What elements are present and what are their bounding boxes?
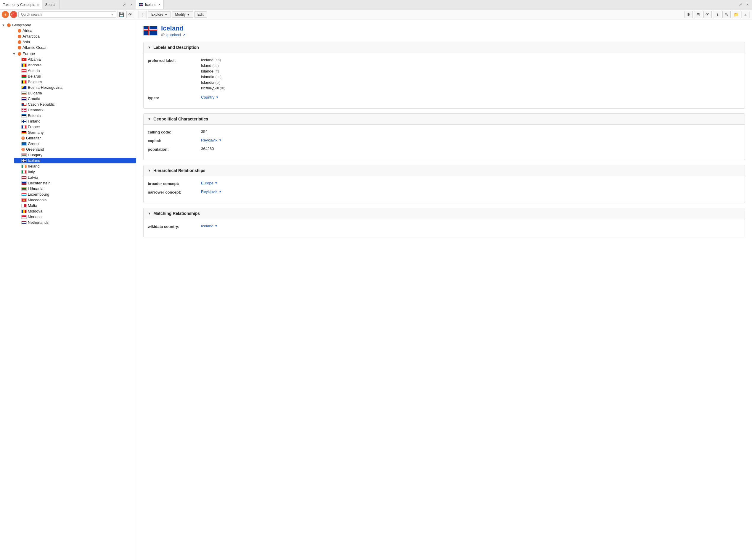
tree-row-italy[interactable]: Italy	[14, 169, 136, 175]
tab-iceland[interactable]: Iceland ×	[136, 0, 164, 9]
tree-row-belarus[interactable]: Belarus	[14, 74, 136, 79]
label-croatia: Croatia	[28, 97, 40, 101]
flag-latvia	[21, 176, 27, 179]
section-hierarchical-header[interactable]: ▼ Hierarchical Relationships	[144, 165, 745, 176]
close-iceland-tab-icon[interactable]: ×	[158, 3, 160, 7]
tree-row-czech[interactable]: Czech Republic	[14, 101, 136, 107]
tree-row-gibraltar[interactable]: Gibraltar	[14, 135, 136, 141]
tree-row-greece[interactable]: Greece	[14, 141, 136, 146]
section-geopolitical-header[interactable]: ▼ Geopolitical Characteristics	[144, 114, 745, 125]
tree-row-netherlands[interactable]: Netherlands	[14, 220, 136, 225]
add-red-button[interactable]: +🔴	[10, 11, 17, 18]
toggle-geography[interactable]	[2, 23, 6, 27]
tree-row-estonia[interactable]: Estonia	[14, 113, 136, 118]
flag-andorra	[21, 63, 27, 67]
tree-row-greenland[interactable]: Greenland	[14, 146, 136, 152]
tree-row-macedonia[interactable]: Macedonia	[14, 197, 136, 203]
tree-row-france[interactable]: France	[14, 124, 136, 129]
folder-icon-btn[interactable]: 📁	[732, 11, 740, 18]
close-right-panel-icon[interactable]: ×	[744, 1, 751, 8]
layers-icon-btn[interactable]: ⊞	[694, 11, 702, 18]
section-matching-header[interactable]: ▼ Matching Relationships	[144, 208, 745, 219]
tree-row-latvia[interactable]: Latvia	[14, 175, 136, 180]
external-link-icon[interactable]: ↗	[183, 33, 185, 37]
tree-row-germany[interactable]: Germany	[14, 129, 136, 135]
broader-value: Europe ▼	[201, 181, 740, 185]
tree-row-atlantic[interactable]: Atlantic Ocean	[5, 45, 136, 50]
label-luxembourg: Luxembourg	[28, 192, 49, 197]
tree-row-malta[interactable]: Malta	[14, 203, 136, 208]
tree-row-bosnia[interactable]: Bosnia-Herzegovina	[14, 85, 136, 90]
types-link-btn[interactable]: Country ▼	[201, 95, 218, 99]
tree-row-africa[interactable]: Africa	[5, 28, 136, 34]
edit-btn[interactable]: Edit	[194, 11, 207, 18]
eye-icon-btn[interactable]: 👁	[126, 11, 134, 18]
narrower-link-btn[interactable]: Reykjavik ▼	[201, 189, 222, 194]
section-labels: ▼ Labels and Description preferred label…	[143, 42, 745, 108]
tree-row-austria[interactable]: Austria	[14, 68, 136, 74]
toggle-europe[interactable]	[13, 52, 17, 56]
modify-btn[interactable]: Modify ▼	[172, 11, 193, 18]
flag-netherlands	[21, 221, 27, 224]
search-dropdown-icon[interactable]: ▼	[111, 13, 114, 16]
left-toolbar: + +🔴 ▼ 💾 👁	[0, 9, 136, 20]
expand-right-icon[interactable]: ⤢	[737, 1, 744, 8]
label-denmark: Denmark	[28, 108, 43, 112]
close-taxonomy-tab-icon[interactable]: ×	[37, 3, 39, 7]
view-icon-btn[interactable]: 👁	[704, 11, 712, 18]
label-finland: Finland	[28, 119, 41, 123]
tree-row-hungary[interactable]: Hungary	[14, 152, 136, 158]
tree-row-antarctica[interactable]: Antarctica	[5, 34, 136, 39]
broader-link-btn[interactable]: Europe ▼	[201, 181, 218, 185]
tree-row-lithuania[interactable]: Lithuania	[14, 186, 136, 192]
capital-link-btn[interactable]: Reykjavik ▼	[201, 138, 222, 142]
search-box: ▼	[18, 11, 116, 18]
iceland-flag-red-horizontal	[144, 29, 157, 31]
tab-taxonomy-concepts[interactable]: Taxonomy Concepts ×	[0, 0, 42, 9]
tree-row-liechtenstein[interactable]: Liechtenstein	[14, 180, 136, 186]
info-icon-btn[interactable]: ℹ	[713, 11, 721, 18]
dot-antarctica	[18, 35, 21, 38]
tree-row-asia[interactable]: Asia	[5, 39, 136, 45]
more-menu-btn[interactable]: ⋮	[139, 11, 147, 18]
edit-icon-btn[interactable]: ✎	[723, 11, 731, 18]
tree-row-finland[interactable]: Finland	[14, 118, 136, 124]
section-labels-header[interactable]: ▼ Labels and Description	[144, 42, 745, 53]
tree-row-bulgaria[interactable]: Bulgaria	[14, 90, 136, 96]
chevron-hierarchical-icon: ▼	[148, 169, 151, 172]
tree-row-geography[interactable]: Geography	[0, 22, 136, 28]
upload-icon-btn[interactable]: ▲	[741, 11, 750, 18]
lang-ru-tag: (ru)	[220, 86, 225, 90]
tree-row-europe[interactable]: Europe	[5, 51, 136, 57]
lang-es: Islandia (es)	[201, 75, 740, 79]
field-row-types: types: Country ▼	[148, 95, 740, 100]
concept-title: Iceland	[161, 24, 185, 32]
field-row-broader: broader concept: Europe ▼	[148, 181, 740, 186]
concept-title-block: Iceland ID g:Iceland ↗	[161, 24, 185, 37]
capital-link-text: Reykjavik	[201, 138, 218, 142]
add-orange-button[interactable]: +	[2, 11, 9, 18]
asterisk-icon-btn[interactable]: ✱	[685, 11, 693, 18]
flag-czech	[21, 103, 27, 106]
label-czech: Czech Republic	[28, 102, 55, 106]
save-icon-btn[interactable]: 💾	[118, 11, 125, 18]
tree-row-belgium[interactable]: Belgium	[14, 79, 136, 85]
tree-row-denmark[interactable]: Denmark	[14, 107, 136, 113]
iceland-flag-red-vertical	[148, 26, 149, 35]
explore-btn[interactable]: Explore ▼	[148, 11, 171, 18]
tree-row-luxembourg[interactable]: Luxembourg	[14, 192, 136, 197]
wikidata-link-btn[interactable]: Iceland ▼	[201, 224, 218, 228]
tab-search[interactable]: Search	[42, 0, 60, 9]
lang-es-tag: (es)	[215, 75, 221, 79]
tree-row-moldova[interactable]: Moldova	[14, 208, 136, 214]
expand-icon[interactable]: ⤢	[121, 1, 127, 8]
tree-row-ireland[interactable]: Ireland	[14, 163, 136, 169]
close-panel-icon[interactable]: ×	[128, 1, 135, 8]
search-input[interactable]	[21, 13, 110, 17]
tree-row-monaco[interactable]: Monaco	[14, 214, 136, 220]
more-icon: ⋮	[141, 13, 145, 17]
tree-row-albania[interactable]: 🦅 Albania	[14, 57, 136, 62]
tree-row-andorra[interactable]: Andorra	[14, 62, 136, 68]
tree-row-iceland[interactable]: Iceland	[14, 158, 136, 163]
tree-row-croatia[interactable]: Croatia	[14, 96, 136, 101]
